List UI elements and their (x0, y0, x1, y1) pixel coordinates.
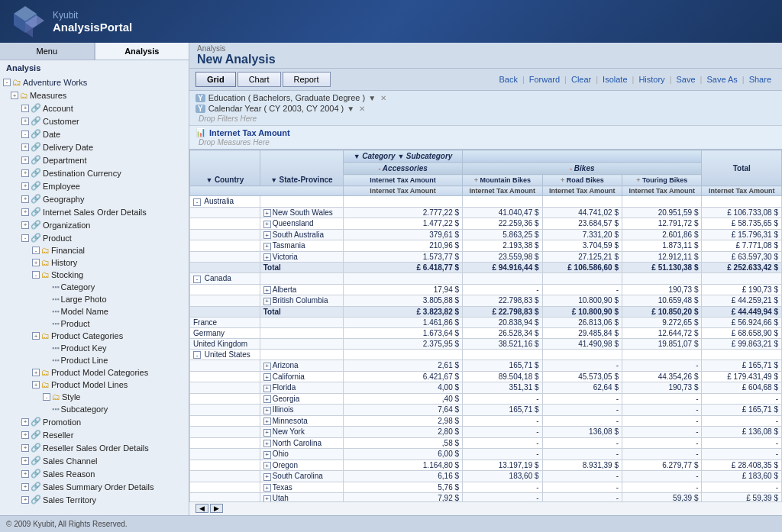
tree-item-6[interactable]: +🔗Destination Currency (0, 166, 189, 179)
tree-item-18[interactable]: ▪▪▪Product (0, 318, 189, 330)
tree-item-15[interactable]: ▪▪▪Category (0, 281, 189, 293)
cell-total: £ 63.597,30 $ (702, 251, 782, 263)
cell-country (190, 306, 260, 317)
cell-total (702, 273, 782, 285)
tree-item-3[interactable]: -🔗Date (0, 127, 189, 140)
cell-state[interactable]: Total (260, 306, 344, 317)
tree-item-7[interactable]: +🔗Employee (0, 179, 189, 192)
filter-item-1[interactable]: Y Calendar Year ( CY 2003, CY 2004 ) ▼ ✕ (196, 103, 776, 114)
tree-root[interactable]: - 🗂 Adventure Works (0, 76, 189, 89)
tree-item-32[interactable]: +🔗Sales Territory (0, 493, 189, 506)
tree-item-9[interactable]: +🔗Internet Sales Order Details (0, 205, 189, 218)
cell-state[interactable]: +Victoria (260, 251, 344, 263)
tree-item-21[interactable]: ▪▪▪Product Line (0, 354, 189, 366)
cell-state[interactable]: +Georgia (260, 393, 344, 405)
drop-measures-hint: Drop Measures Here (196, 137, 776, 147)
tree-item-16[interactable]: ▪▪▪Large Photo (0, 293, 189, 305)
filter-dropdown-0[interactable]: ▼ (368, 94, 376, 102)
filter-close-0[interactable]: ✕ (380, 94, 386, 102)
tree-item-0[interactable]: +🗂Measures (0, 89, 189, 102)
cell-state[interactable]: +South Australia (260, 229, 344, 240)
tree-item-11[interactable]: -🔗Product (0, 231, 189, 244)
cell-total: - (702, 449, 782, 460)
cell-state[interactable]: +Florida (260, 382, 344, 394)
tree-item-22[interactable]: +🗂Product Model Categories (0, 366, 189, 379)
history-button[interactable]: History (634, 75, 669, 84)
cell-mtn: - (463, 393, 542, 405)
cell-acc: 3.805,88 $ (344, 295, 463, 307)
tree-item-1[interactable]: +🔗Account (0, 102, 189, 114)
tree-item-20[interactable]: ▪▪▪Product Key (0, 342, 189, 354)
save-as-button[interactable]: Save As (702, 75, 742, 84)
tree-item-10[interactable]: +🔗Organization (0, 218, 189, 231)
cell-state[interactable]: +Illinois (260, 405, 344, 416)
cell-mtn: 23.559,98 $ (463, 251, 542, 263)
tree-item-17[interactable]: ▪▪▪Model Name (0, 305, 189, 318)
cell-state[interactable]: +Minnesota (260, 415, 344, 427)
grid-button[interactable]: Grid (196, 72, 236, 87)
cell-state[interactable]: +New York (260, 427, 344, 438)
tree-item-31[interactable]: +🔗Sales Summary Order Details (0, 480, 189, 493)
cell-state[interactable]: +South Carolina (260, 471, 344, 482)
sidebar-tabs: Menu Analysis (0, 43, 189, 60)
tree-item-29[interactable]: +🔗Sales Channel (0, 454, 189, 467)
cell-total: £ 190,73 $ (702, 284, 782, 295)
clear-button[interactable]: Clear (567, 75, 596, 84)
tree-item-4[interactable]: +🔗Delivery Date (0, 140, 189, 153)
cell-state[interactable]: +Queensland (260, 218, 344, 230)
back-button[interactable]: Back (494, 75, 522, 84)
isolate-button[interactable]: Isolate (598, 75, 632, 84)
table-row: - United States (190, 349, 782, 360)
report-button[interactable]: Report (283, 72, 331, 87)
cell-state[interactable]: +New South Wales (260, 207, 344, 218)
tree-item-28[interactable]: +🔗Reseller Sales Order Details (0, 441, 189, 454)
cell-road: 41.490,98 $ (542, 338, 622, 349)
cell-state (260, 327, 344, 338)
tree-item-2[interactable]: +🔗Customer (0, 114, 189, 127)
tree-item-8[interactable]: +🔗Geography (0, 192, 189, 205)
cell-total: £ 165,71 $ (702, 360, 782, 372)
tree-item-5[interactable]: +🔗Department (0, 153, 189, 166)
filter-item-0[interactable]: Y Education ( Bachelors, Graduate Degree… (196, 92, 776, 103)
scroll-left[interactable]: ◀ (196, 505, 208, 514)
save-button[interactable]: Save (671, 75, 700, 84)
cell-country[interactable]: - Canada (190, 273, 260, 285)
portal-name: AnalysisPortal (53, 21, 132, 34)
tree-item-26[interactable]: +🔗Promotion (0, 415, 189, 428)
filter-dropdown-1[interactable]: ▼ (347, 105, 354, 113)
tree-item-25[interactable]: ▪▪▪Subcategory (0, 403, 189, 415)
tree-item-27[interactable]: +🔗Reseller (0, 428, 189, 441)
cell-country[interactable]: - United States (190, 349, 260, 360)
cell-state[interactable]: +Tasmania (260, 240, 344, 252)
cell-state[interactable]: +California (260, 371, 344, 382)
tree-item-14[interactable]: -🗂Stocking (0, 269, 189, 281)
cell-mtn: - (463, 449, 542, 460)
cell-state[interactable]: +Alberta (260, 284, 344, 295)
share-button[interactable]: Share (745, 75, 776, 84)
tree-item-23[interactable]: +🗂Product Model Lines (0, 379, 189, 391)
tree-item-12[interactable]: -🗂Financial (0, 244, 189, 256)
cell-acc: 7,64 $ (344, 405, 463, 416)
cell-state[interactable]: +Oregon (260, 459, 344, 471)
cell-tour: - (622, 405, 702, 416)
cell-state[interactable]: +British Columbia (260, 295, 344, 307)
tree-item-13[interactable]: +🗂History (0, 256, 189, 269)
scroll-right[interactable]: ▶ (210, 505, 223, 514)
cell-state[interactable]: Total (260, 263, 344, 273)
tab-menu[interactable]: Menu (0, 43, 95, 60)
cell-state[interactable]: +Arizona (260, 360, 344, 372)
cell-mtn: 2.193,38 $ (463, 240, 542, 252)
tab-analysis[interactable]: Analysis (95, 43, 189, 60)
cell-state[interactable]: +Ohio (260, 449, 344, 460)
chart-button[interactable]: Chart (238, 72, 281, 87)
grid-pagination: ◀ ▶ (189, 501, 782, 515)
tree-item-24[interactable]: -🗂Style (0, 391, 189, 403)
grid-container[interactable]: ▼ Country ▼ State-Province ▼ Category ▼ … (189, 150, 782, 515)
filter-close-1[interactable]: ✕ (359, 105, 365, 113)
cell-country[interactable]: - Australia (190, 196, 260, 208)
cell-state[interactable]: +North Carolina (260, 437, 344, 449)
tree-item-19[interactable]: +🗂Product Categories (0, 330, 189, 342)
tree-item-30[interactable]: +🔗Sales Reason (0, 467, 189, 480)
cell-state[interactable]: +Texas (260, 482, 344, 493)
forward-button[interactable]: Forward (525, 75, 564, 84)
